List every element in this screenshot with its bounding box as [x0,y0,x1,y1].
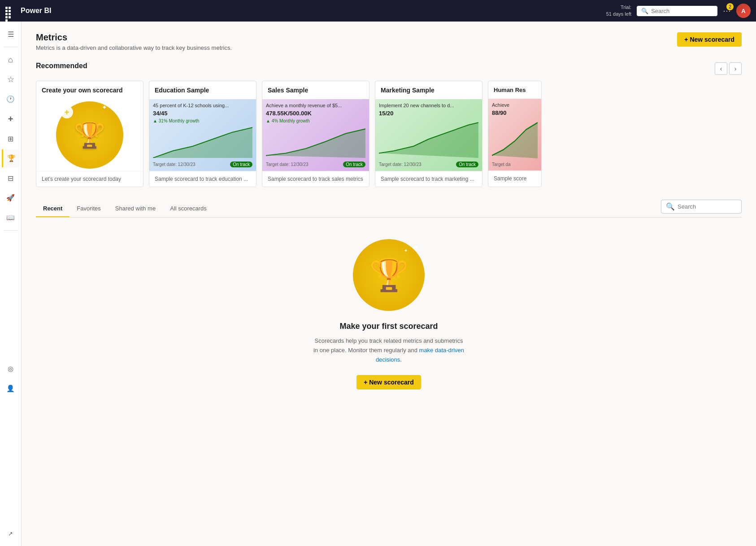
top-search-box[interactable]: 🔍 [637,6,717,16]
sidebar-divider [4,47,18,47]
sparkles-icon: ✦ ✦ [102,104,114,111]
prev-arrow-button[interactable]: ‹ [715,62,727,75]
empty-trophy-circle: 🏆 ✦ ✦ [353,239,425,311]
new-scorecard-button-empty[interactable]: + New scorecard [356,375,421,389]
app-grid-icon[interactable] [5,7,13,15]
page-title: Metrics [36,32,232,43]
main-content: Metrics Metrics is a data-driven and col… [22,22,756,546]
user-avatar[interactable]: A [736,4,751,18]
sparkles-icon: ✦ [413,243,419,253]
sidebar-item-external[interactable]: ↗ [2,524,20,542]
sidebar-item-learn[interactable]: 📖 [2,209,20,227]
tabs-section: Recent Favorites Shared with me All scor… [36,200,742,411]
card-title: Education Sample [149,81,256,99]
card-status-row: Target date: 12/30/23 On track [379,162,478,167]
tabs-search-input[interactable] [678,203,737,210]
recommended-header: Recommended ‹ › [36,62,742,75]
card-status-row: Target date: 12/30/23 On track [266,162,365,167]
next-arrow-button[interactable]: › [729,62,742,75]
on-track-badge: On track [343,162,365,167]
sidebar-divider-2 [4,230,18,231]
metric-value: 15/20 [379,110,478,117]
metric-title: Achieve a monthly revenue of $5... [266,103,365,108]
human-resources-card[interactable]: Human Res Achieve 88/90 [488,81,542,187]
sidebar-item-create[interactable]: + [2,110,20,128]
card-title: Sales Sample [262,81,369,99]
card-image: Achieve 88/90 Target da [488,99,541,170]
trophy-circle: 🏆 + ✦ ✦ [56,101,123,169]
card-title: Human Res [488,81,541,99]
target-date: Target date: 12/30/23 [379,162,421,167]
metric-value: 478.55K/500.00K [266,110,365,117]
sidebar: ☰ ⌂ ☆ 🕐 + ⊞ 🏆 ⊟ 🚀 📖 ◎ 👤 ↗ [0,22,22,546]
card-footer: Sample scorecard to track education ... [149,171,256,187]
page-header: Metrics Metrics is a data-driven and col… [36,32,742,51]
tabs-header: Recent Favorites Shared with me All scor… [36,200,742,218]
plus-icon: + [61,106,73,118]
sample-content: Achieve 88/90 Target da [488,99,541,170]
education-sample-card[interactable]: Education Sample 45 percent of K-12 scho… [149,81,256,187]
search-input[interactable] [651,8,713,14]
empty-trophy-icon: 🏆 [369,257,408,293]
card-title: Create your own scorecard [36,81,143,99]
tab-favorites[interactable]: Favorites [70,201,108,217]
empty-state-description: Scorecards help you track related metric… [313,336,465,364]
metric-title: 45 percent of K-12 schools using... [153,103,252,108]
tab-recent[interactable]: Recent [36,201,70,217]
sidebar-item-workspaces[interactable]: ⊟ [2,169,20,187]
empty-state-title: Make your first scorecard [339,322,438,331]
metric-title: Implement 20 new channels to d... [379,103,478,108]
target-date: Target da [492,162,511,167]
trial-info: Trial: 51 days left [606,4,631,18]
target-date: Target date: 12/30/23 [153,162,196,167]
search-icon: 🔍 [641,8,648,14]
trophy-icon: 🏆 [74,120,105,150]
svg-marker-2 [379,122,478,158]
card-image: Implement 20 new channels to d... 15/20 … [375,99,482,171]
sidebar-item-apps[interactable]: ⊞ [2,130,20,148]
sidebar-item-recent[interactable]: 🕐 [2,90,20,108]
tab-all[interactable]: All scorecards [163,201,214,217]
metric-value: 88/90 [492,109,538,116]
notification-badge: 2 [726,3,734,10]
empty-state: 🏆 ✦ ✦ Make your first scorecard Scorecar… [36,218,742,411]
sample-content: 45 percent of K-12 schools using... 34/4… [149,99,256,171]
recommended-title: Recommended [36,62,87,70]
sample-content: Implement 20 new channels to d... 15/20 … [375,99,482,171]
growth-indicator: ▲ 31% Monthly growth [153,118,252,123]
card-status-row: Target date: 12/30/23 On track [153,162,252,167]
on-track-badge: On track [456,162,478,167]
tabs-search-box[interactable]: 🔍 [661,200,742,214]
page-subtitle: Metrics is a data-driven and collaborati… [36,44,232,51]
sidebar-item-datahub[interactable]: ◎ [2,360,20,378]
brand-name: Power BI [21,7,51,15]
create-scorecard-card[interactable]: Create your own scorecard 🏆 + ✦ ✦ Let's … [36,81,143,187]
sidebar-item-home[interactable]: ⌂ [2,51,20,69]
sidebar-item-metrics[interactable]: 🏆 [2,149,20,167]
marketing-sample-card[interactable]: Marketing Sample Implement 20 new channe… [375,81,482,187]
metric-value: 34/45 [153,110,252,117]
metric-title: Achieve [492,102,538,108]
new-scorecard-button-top[interactable]: + New scorecard [677,32,742,47]
sidebar-item-menu[interactable]: ☰ [2,25,20,43]
card-footer: Sample scorecard to track sales metrics [262,171,369,187]
tabs-search-area: 🔍 [661,200,742,217]
card-image: 🏆 + ✦ ✦ [36,99,143,171]
on-track-badge: On track [230,162,252,167]
tab-shared[interactable]: Shared with me [108,201,163,217]
card-image: Achieve a monthly revenue of $5... 478.5… [262,99,369,171]
sidebar-item-profile[interactable]: 👤 [2,380,20,397]
sales-sample-card[interactable]: Sales Sample Achieve a monthly revenue o… [262,81,369,187]
sample-chart [492,118,538,158]
sidebar-item-favorites[interactable]: ☆ [2,70,20,88]
search-icon: 🔍 [666,202,675,211]
sample-chart [379,120,478,158]
sparkle-small-icon: ✦ [404,248,408,253]
card-footer: Let's create your scorecard today [36,171,143,187]
sidebar-item-deployment[interactable]: 🚀 [2,189,20,207]
top-navigation: Power BI Trial: 51 days left 🔍 ⋯ 2 A [0,0,756,22]
sample-content: Achieve a monthly revenue of $5... 478.5… [262,99,369,171]
target-date: Target date: 12/30/23 [266,162,308,167]
card-footer: Sample score [488,170,541,186]
notification-button[interactable]: ⋯ 2 [723,6,731,16]
